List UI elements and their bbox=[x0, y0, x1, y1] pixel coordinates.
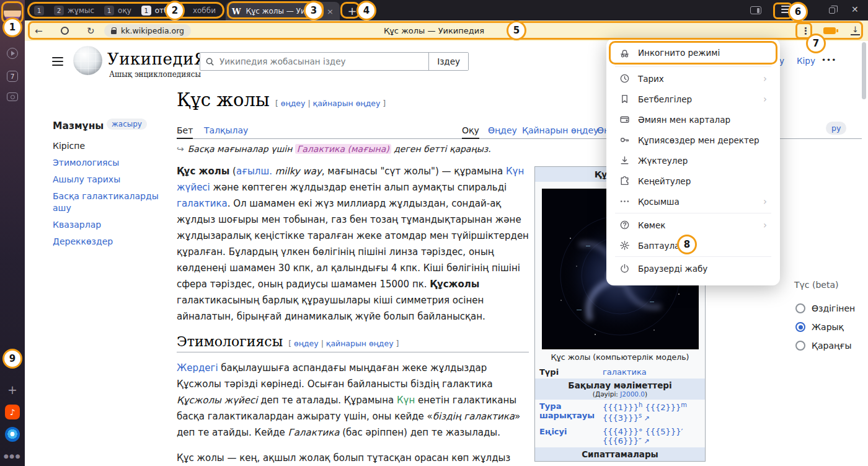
menu-label: Әмиян мен карталар bbox=[638, 115, 730, 125]
toc-item-discovery[interactable]: Ашылу тарихы bbox=[53, 174, 169, 186]
annotation-badge-9: 9 bbox=[2, 349, 22, 369]
menu-item-more[interactable]: Қосымша › bbox=[611, 191, 775, 212]
tab-edit-source[interactable]: Қайнарын өңдеу bbox=[522, 123, 598, 139]
toc-item-other-galaxies[interactable]: Басқа галактикаларды ашу bbox=[53, 190, 169, 214]
radio-icon[interactable] bbox=[795, 303, 805, 313]
scrollbar-thumb[interactable] bbox=[862, 42, 866, 99]
tab-read[interactable]: Оқу bbox=[462, 123, 479, 139]
yandex-music-icon[interactable]: ♪ bbox=[5, 405, 20, 419]
menu-item-help[interactable]: Көмек › bbox=[611, 215, 775, 235]
menu-divider bbox=[615, 66, 771, 67]
wiki-search-box[interactable]: Іздеу bbox=[200, 52, 469, 71]
download-icon[interactable]: ↓ bbox=[851, 25, 860, 35]
add-panel-button[interactable]: + bbox=[7, 383, 17, 396]
play-circle-icon[interactable] bbox=[7, 48, 18, 59]
menu-divider bbox=[615, 213, 771, 213]
search-icon bbox=[205, 57, 215, 66]
tab-panels-icon[interactable] bbox=[750, 6, 761, 14]
menu-item-downloads[interactable]: Жүктеулер bbox=[611, 150, 775, 171]
wiki-search-button[interactable]: Іздеу bbox=[428, 53, 468, 70]
type-label: Түрі bbox=[539, 367, 603, 377]
section-edit-links[interactable]: [ өңдеу | қайнарын өңдеу ] bbox=[288, 339, 399, 348]
rail-more-icon[interactable]: ●●● bbox=[4, 453, 21, 459]
menu-label: Инкогнито режимі bbox=[638, 48, 720, 58]
wikipedia-wordmark[interactable]: УикипедиЯ bbox=[107, 50, 207, 68]
screenshot-icon[interactable] bbox=[7, 92, 18, 101]
menu-label: Тарих bbox=[638, 74, 664, 84]
tab-group-hobby[interactable]: хобби bbox=[188, 3, 220, 18]
back-icon[interactable]: ← bbox=[35, 25, 43, 37]
paragraph-3: Құс жолы — кең, ақшыл жолақ болып тұтасқ… bbox=[177, 450, 529, 466]
chevron-right-icon: › bbox=[763, 94, 767, 105]
menu-label: Бетбелгілер bbox=[638, 94, 692, 104]
ellipsis-icon bbox=[619, 196, 630, 207]
article-title-row: Құс жолы [ өңдеу | қайнарын өңдеу ] bbox=[177, 89, 386, 110]
chevron-right-icon: › bbox=[763, 196, 767, 207]
url-box[interactable]: kk.wikipedia.org bbox=[104, 24, 191, 37]
tab-counter-badge[interactable]: 7 bbox=[7, 71, 18, 82]
chevron-right-icon: › bbox=[763, 220, 767, 231]
battery-icon[interactable] bbox=[823, 27, 836, 34]
article-title: Құс жолы bbox=[177, 89, 270, 110]
header-more-icon[interactable]: ••• bbox=[822, 56, 836, 65]
puzzle-icon bbox=[619, 176, 630, 186]
menu-item-quit[interactable]: Браузерді жабу bbox=[611, 258, 775, 279]
login-link[interactable]: Кіру bbox=[797, 56, 815, 66]
tab-close-icon[interactable]: × bbox=[327, 7, 334, 16]
title-edit-links[interactable]: [ өңдеу | қайнарын өңдеу ] bbox=[275, 99, 386, 108]
browser-logo-icon[interactable] bbox=[5, 427, 20, 442]
toc-list: Кіріспе Этимологиясы Ашылу тарихы Басқа … bbox=[53, 140, 169, 253]
menu-item-incognito[interactable]: Инкогнито режимі bbox=[611, 42, 775, 64]
tab-edit[interactable]: Өңдеу bbox=[488, 123, 517, 139]
wallet-icon bbox=[619, 114, 630, 125]
dec-value[interactable]: {{{4}}}° {{{5}}}′ {{{6}}}″ ↗ bbox=[603, 427, 701, 446]
menu-item-history[interactable]: Тарих › bbox=[611, 68, 775, 89]
color-option-light[interactable]: Жарық bbox=[795, 322, 844, 332]
annotation-badge-7: 7 bbox=[806, 34, 826, 53]
tab-group-label: оқу bbox=[118, 6, 131, 15]
download-arrow-icon bbox=[619, 155, 630, 166]
article-body: ↪Басқа мағыналар үшін Галактика (мағына)… bbox=[177, 144, 529, 466]
yandex-search-icon[interactable] bbox=[61, 27, 69, 35]
radio-selected-icon[interactable] bbox=[795, 322, 805, 332]
color-option-dark[interactable]: Қараңғы bbox=[795, 341, 852, 351]
tab-bar: 1 2 жұмыс 1 оқу 1 отбасы хобби W Құс жол… bbox=[25, 0, 868, 20]
tab-group-label: жұмыс bbox=[68, 6, 94, 15]
section-heading: Этимологиясы bbox=[177, 334, 283, 349]
browser-window: 7 + ♪ ●●● 1 2 жұмыс 1 оқу 1 отбасы х bbox=[0, 0, 868, 466]
window-close-icon[interactable]: ✕ bbox=[851, 4, 859, 14]
appearance-hide-button[interactable]: ру bbox=[826, 122, 846, 135]
ra-label-link[interactable]: Тура шарықтауы bbox=[539, 401, 603, 423]
refresh-icon[interactable]: ↻ bbox=[87, 25, 95, 37]
toc-item-etymology[interactable]: Этимологиясы bbox=[53, 157, 169, 169]
dec-label-link[interactable]: Еңісуі bbox=[539, 427, 603, 446]
menu-item-wallet[interactable]: Әмиян мен карталар bbox=[611, 109, 775, 130]
tab-group-1[interactable]: 1 bbox=[30, 3, 48, 18]
menu-item-extensions[interactable]: Кеңейтулер bbox=[611, 171, 775, 191]
wiki-search-input[interactable] bbox=[219, 56, 428, 66]
incognito-icon bbox=[619, 48, 630, 58]
redirect-arrow-icon: ↪ bbox=[177, 144, 184, 154]
ra-value[interactable]: {{{1}}}h {{{2}}}m {{{3}}}s ↗ bbox=[603, 401, 701, 423]
toc-item-quasars[interactable]: Квазарлар bbox=[53, 219, 169, 231]
toc-hide-link[interactable]: жасыру bbox=[107, 119, 147, 130]
tab-group-work[interactable]: 2 жұмыс bbox=[50, 3, 99, 18]
window-restore-icon[interactable] bbox=[829, 7, 835, 14]
tab-talk[interactable]: Талқылау bbox=[204, 123, 248, 139]
toc-item-references[interactable]: Дереккөздер bbox=[53, 236, 169, 248]
wiki-menu-icon[interactable] bbox=[52, 57, 63, 66]
toc-item-intro[interactable]: Кіріспе bbox=[53, 140, 169, 152]
tab-page[interactable]: Бет bbox=[177, 123, 193, 139]
type-value-link[interactable]: галактика bbox=[603, 367, 701, 377]
tab-group-count: 1 bbox=[104, 6, 114, 16]
left-sidebar-rail: 7 + ♪ ●●● bbox=[0, 0, 25, 466]
kebab-menu-icon[interactable]: ⋮ bbox=[801, 25, 810, 37]
menu-item-passwords[interactable]: Құпиясөздер мен деректер bbox=[611, 130, 775, 150]
toc-title: Мазмұны bbox=[53, 120, 104, 132]
wikipedia-logo[interactable] bbox=[73, 46, 102, 75]
menu-item-bookmarks[interactable]: Бетбелгілер › bbox=[611, 89, 775, 109]
menu-label: Көмек bbox=[638, 220, 666, 230]
tab-group-study[interactable]: 1 оқу bbox=[100, 3, 136, 18]
color-option-auto[interactable]: Өздігінен bbox=[795, 303, 855, 313]
radio-icon[interactable] bbox=[795, 341, 805, 351]
